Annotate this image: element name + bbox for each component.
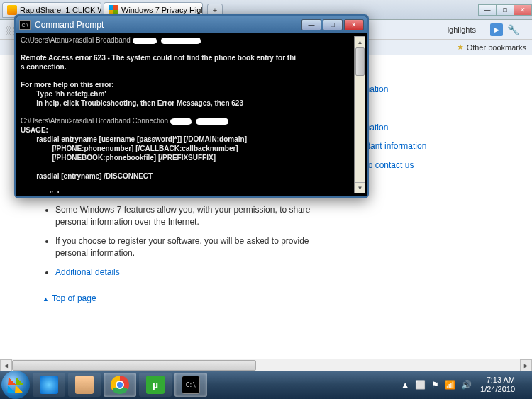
minimize-button[interactable]: — (478, 4, 497, 16)
close-button[interactable]: ✕ (344, 19, 364, 30)
scroll-thumb[interactable] (12, 360, 256, 371)
scroll-up-button[interactable]: ▲ (355, 36, 365, 47)
command-prompt-body: C:\Users\Atanu>rasdial Broadband Remote … (16, 33, 367, 196)
volume-icon[interactable]: 🔊 (461, 380, 472, 390)
tab-title: RapidShare: 1-CLICK We... (20, 6, 101, 14)
taskbar-item-chrome[interactable] (104, 373, 136, 397)
network-icon[interactable]: 📶 (445, 380, 455, 390)
scroll-track[interactable] (355, 47, 365, 182)
play-icon[interactable]: ▶ (490, 23, 503, 36)
scroll-right-button[interactable]: ► (520, 359, 532, 371)
taskbar-item-cmd[interactable]: C:\ (174, 373, 207, 397)
minimize-button[interactable]: — (301, 19, 321, 30)
action-center-icon[interactable]: ⚑ (431, 380, 439, 390)
windows-favicon (109, 5, 118, 15)
rapidshare-favicon (7, 5, 17, 15)
tray-icon[interactable]: ⬜ (415, 380, 426, 390)
taskbar-item-explorer[interactable] (68, 373, 101, 397)
terminal-output[interactable]: C:\Users\Atanu>rasdial Broadband Remote … (21, 36, 354, 193)
close-button[interactable]: ✕ (514, 4, 532, 16)
url-fragment: ighlights (448, 26, 476, 34)
command-prompt-titlebar[interactable]: C:\ Command Prompt — □ ✕ (16, 16, 367, 33)
scroll-thumb[interactable] (355, 47, 365, 76)
redacted-smudge (196, 118, 228, 125)
date-text: 1/24/2010 (480, 385, 515, 394)
scroll-left-button[interactable]: ◄ (0, 359, 12, 371)
taskbar-item-ie[interactable] (33, 373, 65, 397)
top-of-page-link[interactable]: Top of page (43, 293, 96, 303)
maximize-button[interactable]: □ (496, 4, 514, 16)
clock[interactable]: 7:13 AM 1/24/2010 (480, 376, 515, 394)
system-tray: ▲ ⬜ ⚑ 📶 🔊 7:13 AM 1/24/2010 (398, 371, 532, 399)
tab-title: Windows 7 Privacy Highli... (121, 6, 203, 14)
show-desktop-button[interactable] (521, 371, 528, 399)
time-text: 7:13 AM (480, 376, 515, 385)
star-icon: ★ (457, 43, 464, 52)
command-prompt-icon: C:\ (19, 20, 31, 30)
horizontal-scrollbar[interactable]: ◄ ► (0, 359, 532, 371)
show-hidden-icons-button[interactable]: ▲ (401, 380, 409, 390)
wrench-icon[interactable]: 🔧 (507, 24, 519, 35)
redacted-smudge (161, 38, 201, 44)
list-item: Some Windows 7 features allow you, with … (55, 204, 312, 228)
window-title: Command Prompt (35, 20, 300, 30)
list-item: If you choose to register your software,… (55, 235, 312, 259)
terminal-scrollbar[interactable]: ▲ ▼ (354, 36, 365, 193)
command-prompt-window[interactable]: C:\ Command Prompt — □ ✕ C:\Users\Atanu>… (14, 14, 369, 198)
start-button[interactable] (1, 371, 30, 399)
list-item: Additional details (55, 266, 312, 279)
scroll-down-button[interactable]: ▼ (355, 182, 365, 193)
other-bookmarks-button[interactable]: Other bookmarks (467, 43, 526, 52)
redacted-smudge (170, 118, 192, 125)
maximize-button[interactable]: □ (323, 19, 343, 30)
taskbar: µ C:\ ▲ ⬜ ⚑ 📶 🔊 7:13 AM 1/24/2010 (0, 371, 532, 399)
additional-details-link[interactable]: Additional details (55, 267, 120, 277)
window-controls: — □ ✕ (479, 4, 532, 16)
redacted-smudge (133, 38, 157, 44)
taskbar-item-utorrent[interactable]: µ (139, 373, 172, 397)
scroll-track[interactable] (12, 359, 520, 371)
